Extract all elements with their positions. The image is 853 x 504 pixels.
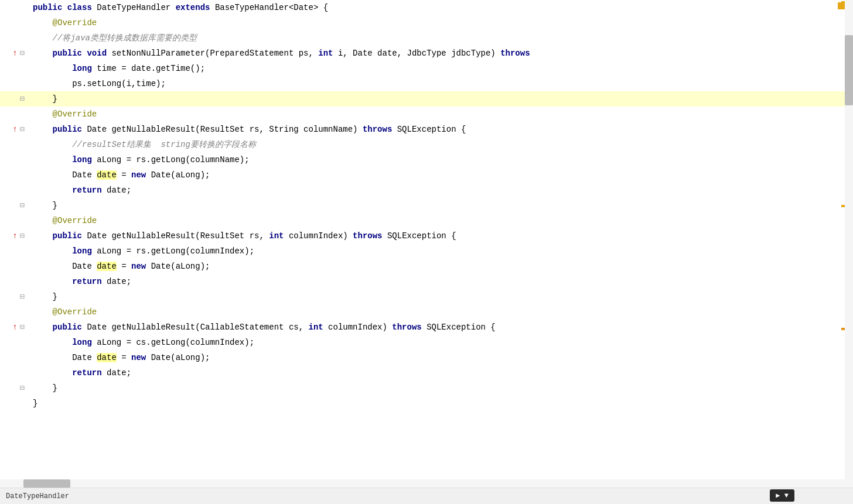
line-content: Date date = new Date(aLong); (29, 350, 853, 365)
token: throws (392, 323, 426, 332)
line-content: //将java类型转换成数据库需要的类型 (29, 30, 853, 46)
token: //将java类型转换成数据库需要的类型 (33, 33, 197, 43)
token (33, 125, 53, 134)
token: } (33, 201, 57, 210)
gutter-fold-icon[interactable]: ⊟ (20, 91, 25, 107)
line-content: @Override (29, 304, 853, 320)
gutter-22: ↑⊟ (0, 320, 29, 335)
code-line: ⊟ } (0, 91, 853, 107)
editor-container: public class DateTypeHandler extends Bas… (0, 0, 853, 504)
gutter-fold-icon[interactable]: ⊟ (20, 289, 25, 304)
line-content: } (29, 198, 853, 213)
gutter-9: ↑⊟ (0, 122, 29, 137)
code-line: long aLong = rs.getLong(columnName); (0, 152, 853, 167)
code-line: @Override (0, 213, 853, 228)
code-line: return date; (0, 274, 853, 289)
token: class (67, 3, 97, 12)
bottom-bar: DateTypeHandler ▶ ▼ (0, 488, 853, 504)
code-line: Date date = new Date(aLong); (0, 259, 853, 274)
token: new (131, 353, 151, 362)
token (33, 307, 53, 317)
code-line: ↑⊟ public void setNonNullParameter(Prepa… (0, 46, 853, 61)
gutter-4: ↑⊟ (0, 46, 29, 61)
token: date; (107, 186, 131, 195)
token (33, 109, 53, 119)
token: public (53, 231, 87, 241)
token: i, Date date, JdbcType jdbcType) (338, 49, 500, 58)
token: long (72, 155, 97, 164)
h-scrollbar-thumb[interactable] (23, 479, 70, 488)
code-line: ↑⊟ public Date getNullableResult(ResultS… (0, 122, 853, 137)
token: void (87, 49, 111, 58)
token: Date getNullableResult(ResultSet rs, Str… (87, 125, 362, 134)
token: @Override (53, 216, 97, 225)
gutter-fold-icon[interactable]: ⊟ (20, 198, 25, 213)
token (33, 64, 72, 73)
token: Date(aLong); (151, 170, 210, 180)
gutter-14: ⊟ (0, 198, 29, 213)
code-line: long aLong = rs.getLong(columnIndex); (0, 244, 853, 259)
gutter-20: ⊟ (0, 289, 29, 304)
token: date (97, 262, 117, 271)
token: date (97, 353, 117, 362)
token: DateTypeHandler (97, 3, 175, 12)
token: = (117, 262, 131, 271)
token: long (72, 64, 97, 73)
token: int (308, 323, 328, 332)
token (33, 368, 72, 378)
gutter-16: ↑⊟ (0, 228, 29, 244)
line-content: long aLong = cs.getLong(columnIndex); (29, 335, 853, 350)
token: Date (33, 353, 97, 362)
code-line: return date; (0, 365, 853, 380)
code-line: Date date = new Date(aLong); (0, 350, 853, 365)
token: public (33, 3, 67, 12)
vertical-scrollbar[interactable] (845, 0, 853, 488)
code-line: //resultSet结果集 string要转换的字段名称 (0, 137, 853, 152)
token (33, 49, 53, 58)
gutter-arrow-icon: ↑ (12, 320, 17, 335)
token: aLong = rs.getLong(columnIndex); (97, 246, 254, 256)
code-line: @Override (0, 15, 853, 30)
line-content: Date date = new Date(aLong); (29, 259, 853, 274)
line-content: public Date getNullableResult(CallableSt… (29, 320, 853, 335)
line-content: long aLong = rs.getLong(columnIndex); (29, 244, 853, 259)
token: BaseTypeHandler<Date> { (215, 3, 328, 12)
code-line: //将java类型转换成数据库需要的类型 (0, 30, 853, 46)
code-line: ⊟ } (0, 380, 853, 396)
code-line: ⊟ } (0, 198, 853, 213)
token: columnIndex) (328, 323, 392, 332)
token: setNonNullParameter(PreparedStatement ps… (111, 49, 318, 58)
token: throws (363, 125, 397, 134)
code-line: @Override (0, 304, 853, 320)
token: aLong = cs.getLong(columnIndex); (97, 338, 254, 347)
v-scrollbar-thumb[interactable] (845, 35, 853, 105)
code-line: long time = date.getTime(); (0, 61, 853, 76)
line-content: @Override (29, 15, 853, 30)
token: int (269, 231, 289, 241)
code-line: ⊟ } (0, 289, 853, 304)
code-area: public class DateTypeHandler extends Bas… (0, 0, 853, 411)
token (33, 338, 72, 347)
token: @Override (53, 18, 97, 28)
token: time = date.getTime(); (97, 64, 205, 73)
line-content: ps.setLong(i,time); (29, 76, 853, 91)
token: = (117, 170, 131, 180)
token (33, 186, 72, 195)
gutter-fold-icon[interactable]: ⊟ (20, 380, 25, 396)
token: Date(aLong); (151, 353, 210, 362)
token (33, 155, 72, 164)
token: Date(aLong); (151, 262, 210, 271)
token (33, 277, 72, 286)
line-content: long aLong = rs.getLong(columnName); (29, 152, 853, 167)
token: columnIndex) (289, 231, 353, 241)
line-content: } (29, 396, 853, 411)
line-content: return date; (29, 274, 853, 289)
line-content: } (29, 91, 853, 107)
token: extends (176, 3, 215, 12)
gutter-minus-icon: ⊟ (20, 122, 25, 137)
h-scroll-area[interactable] (0, 479, 845, 488)
token: } (33, 292, 57, 301)
token: SQLException { (426, 323, 496, 332)
bottom-right-button[interactable]: ▶ ▼ (770, 489, 794, 502)
line-content: Date date = new Date(aLong); (29, 167, 853, 183)
